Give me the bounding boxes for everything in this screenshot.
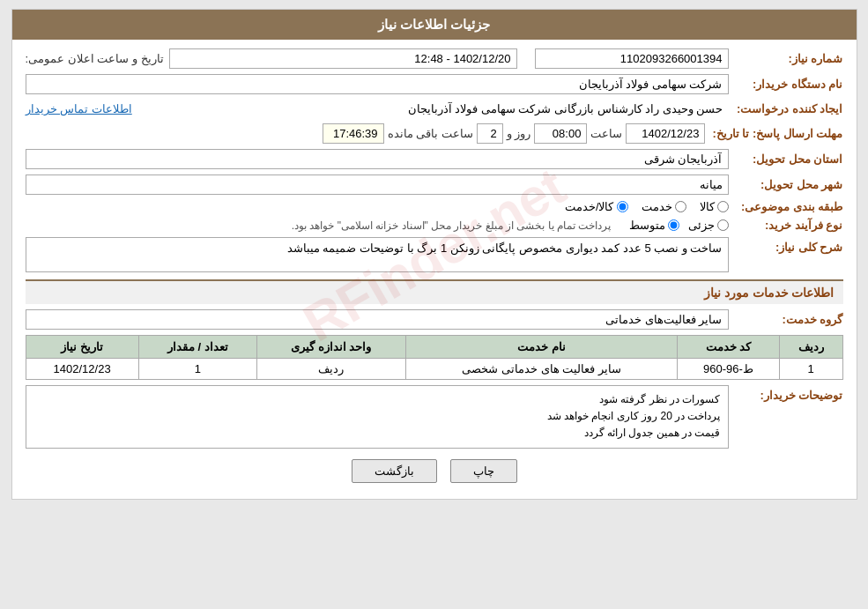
deadline-days-label: روز و [507,127,531,140]
city-value: میانه [26,175,729,195]
page-content: شماره نیاز: 1102093266001394 1402/12/20 … [12,40,857,499]
print-button[interactable]: چاپ [450,459,517,483]
contact-link[interactable]: اطلاعات تماس خریدار [26,102,132,115]
service-group-value: سایر فعالیت‌های خدماتی [26,309,729,330]
creator-row: ایجاد کننده درخواست: حسن وحیدی راد کارشن… [26,100,843,118]
province-row: استان محل تحویل: آذربایجان شرقی [26,149,843,169]
purchase-note: پرداخت تمام یا بخشی از مبلغ خریدار محل "… [292,219,612,232]
deadline-remaining-label: ساعت باقی مانده [388,127,473,140]
purchase-radio-jozei[interactable] [717,219,729,231]
back-button[interactable]: بازگشت [352,459,437,483]
buyer-notes-value: کسورات در نظر گرفته شودپرداخت در 20 روز … [26,385,729,449]
announce-date-label: تاریخ و ساعت اعلان عمومی: [26,52,164,65]
buyer-notes-label: توضیحات خریدار: [729,389,843,402]
deadline-time-label: ساعت [590,127,622,140]
category-row: طبقه بندی موضوعی: کالا خدمت کالا/خدمت [26,200,843,213]
services-section-label: اطلاعات خدمات مورد نیاز [704,286,835,300]
col-unit: واحد اندازه گیری [256,336,405,359]
col-date: تاریخ نیاز [26,336,138,359]
creator-label: ایجاد کننده درخواست: [729,102,843,115]
deadline-label: مهلت ارسال پاسخ: تا تاریخ: [705,127,842,140]
category-label: طبقه بندی موضوعی: [729,200,843,213]
need-number-label: شماره نیاز: [729,52,843,65]
buyer-name-row: نام دستگاه خریدار: شرکت سهامی فولاد آذرب… [26,74,843,94]
city-label: شهر محل تحویل: [729,178,843,191]
purchase-type-radio-group: جزئی متوسط پرداخت تمام یا بخشی از مبلغ خ… [292,219,729,232]
deadline-days-value: 2 [477,123,503,144]
purchase-radio-jozei-label: جزئی [688,219,715,232]
province-value: آذربایجان شرقی [26,149,729,169]
deadline-remaining-value: 17:46:39 [323,123,384,144]
table-row: 1ط-96-960سایر فعالیت های خدماتی شخصیردیف… [26,359,842,380]
deadline-row: مهلت ارسال پاسخ: تا تاریخ: 1402/12/23 سا… [26,123,843,144]
buyer-name-label: نام دستگاه خریدار: [729,78,843,91]
deadline-time-value: 08:00 [534,123,587,144]
button-row: چاپ بازگشت [26,459,843,483]
province-label: استان محل تحویل: [729,152,843,166]
announce-date-value: 1402/12/20 - 12:48 [169,48,517,69]
deadline-date: 1402/12/23 [626,123,705,144]
need-desc-label: شرح کلی نیاز: [729,241,843,254]
table-header-row: ردیف کد خدمت نام خدمت واحد اندازه گیری ت… [26,336,842,359]
services-section-header: اطلاعات خدمات مورد نیاز [26,279,843,304]
col-qty: تعداد / مقدار [138,336,256,359]
service-group-row: گروه خدمت: سایر فعالیت‌های خدماتی [26,309,843,330]
purchase-radio-motavaset-label: متوسط [629,219,665,232]
col-radif: ردیف [779,336,842,359]
need-number-value: 1102093266001394 [535,48,729,69]
need-desc-row: RFinder.net شرح کلی نیاز: [26,237,843,272]
category-radio-both-label: کالا/خدمت [565,200,614,213]
purchase-type-row: نوع فرآیند خرید: جزئی متوسط پرداخت تمام … [26,219,843,232]
col-name: نام خدمت [405,336,677,359]
creator-value: حسن وحیدی راد کارشناس بازرگانی شرکت سهام… [132,100,729,118]
purchase-radio-motavaset[interactable] [668,219,679,231]
main-container: جزئیات اطلاعات نیاز شماره نیاز: 11020932… [11,9,857,500]
need-number-row: شماره نیاز: 1102093266001394 1402/12/20 … [26,48,843,69]
category-radio-khedmat-label: خدمت [642,200,672,213]
purchase-radio-item-2[interactable]: متوسط [629,219,679,232]
need-desc-textarea[interactable] [26,237,729,272]
page-title: جزئیات اطلاعات نیاز [378,17,490,32]
buyer-notes-row: توضیحات خریدار: کسورات در نظر گرفته شودپ… [26,385,843,449]
service-group-label: گروه خدمت: [729,313,843,326]
city-row: شهر محل تحویل: میانه [26,175,843,195]
category-radio-item-3[interactable]: کالا/خدمت [565,200,628,213]
category-radio-kala[interactable] [717,201,729,212]
page-header: جزئیات اطلاعات نیاز [12,10,857,40]
services-table: ردیف کد خدمت نام خدمت واحد اندازه گیری ت… [26,335,843,380]
category-radio-item-1[interactable]: کالا [700,200,729,213]
buyer-name-value: شرکت سهامی فولاد آذربایجان [26,74,729,94]
col-code: کد خدمت [678,336,779,359]
purchase-radio-item-1[interactable]: جزئی [688,219,729,232]
category-radio-both[interactable] [617,201,628,212]
category-radio-khedmat[interactable] [675,201,686,212]
purchase-type-label: نوع فرآیند خرید: [729,219,843,232]
category-radio-item-2[interactable]: خدمت [642,200,686,213]
category-radio-group: کالا خدمت کالا/خدمت [565,200,729,213]
category-radio-kala-label: کالا [700,200,715,213]
